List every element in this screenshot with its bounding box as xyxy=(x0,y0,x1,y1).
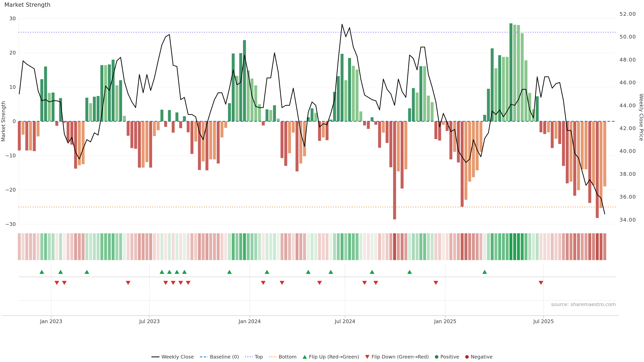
left-axis-tick-label: −20 xyxy=(5,187,16,193)
strength-bar xyxy=(22,121,25,135)
x-axis-tick-label: Jan 2023 xyxy=(40,319,62,324)
strength-bar xyxy=(483,115,486,121)
heat-strip-cell xyxy=(48,233,51,260)
heat-strip-cell xyxy=(70,233,74,260)
heat-strip-cell xyxy=(562,233,565,260)
heat-strip-cell xyxy=(480,233,482,260)
heat-strip-cell xyxy=(63,233,66,260)
heat-strip-cell xyxy=(236,233,238,260)
x-axis-tick-label: Jul 2024 xyxy=(334,319,355,324)
heat-strip-cell xyxy=(468,233,471,260)
strength-bar xyxy=(476,121,479,170)
legend-item: Bottom xyxy=(269,354,296,360)
strength-bar xyxy=(176,112,178,121)
heat-strip-cell xyxy=(528,233,531,260)
strength-bar xyxy=(337,76,340,121)
line-icon xyxy=(152,357,160,357)
heat-strip-cell xyxy=(250,233,254,260)
strength-bar xyxy=(310,108,314,121)
legend-item: Positive xyxy=(435,354,459,360)
circle-icon xyxy=(435,355,438,359)
heat-strip-cell xyxy=(55,233,58,260)
strength-bar xyxy=(517,25,520,121)
heat-strip-cell xyxy=(288,233,291,260)
strength-bar xyxy=(85,98,88,121)
strength-bar xyxy=(269,110,272,121)
strength-bar xyxy=(487,89,490,121)
flip-down-marker xyxy=(280,281,284,285)
heat-strip-cell xyxy=(130,233,134,260)
heat-strip-cell xyxy=(149,233,152,260)
strength-bar xyxy=(123,116,126,121)
flip-down-marker xyxy=(186,281,190,285)
strength-bar xyxy=(116,85,118,121)
strength-bar xyxy=(160,110,164,121)
heat-strip-cell xyxy=(209,233,212,260)
strength-bar xyxy=(232,53,235,121)
strength-bar xyxy=(461,121,464,207)
legend-label: Positive xyxy=(440,354,459,360)
strength-bar xyxy=(266,109,268,121)
circle-icon xyxy=(465,355,469,359)
legend-item: Baseline (0) xyxy=(200,354,239,360)
strength-bar xyxy=(18,121,21,150)
strength-bar xyxy=(66,121,70,142)
heat-strip-cell xyxy=(25,233,28,260)
heat-strip-cell xyxy=(254,233,257,260)
left-axis-tick-label: 20 xyxy=(10,50,16,56)
legend-item: Flip Up (Red→Green) xyxy=(302,354,359,360)
strength-bar xyxy=(367,121,370,129)
strength-bar xyxy=(408,108,411,121)
strength-bar xyxy=(491,48,494,121)
heat-strip-cell xyxy=(33,233,36,260)
heat-strip-cell xyxy=(416,233,418,260)
strength-bar xyxy=(149,121,152,168)
strength-bar xyxy=(288,121,291,153)
right-axis-tick-label: 50.00 xyxy=(620,34,636,40)
heat-strip-cell xyxy=(401,233,404,260)
heat-strip-cell xyxy=(584,233,588,260)
x-axis-tick-label: Jan 2024 xyxy=(238,319,261,324)
heat-strip-cell xyxy=(228,233,231,260)
strength-bar xyxy=(29,121,32,150)
heat-strip-cell xyxy=(108,233,111,260)
strength-bar xyxy=(416,92,418,121)
legend-item: Weekly Close xyxy=(152,354,194,360)
heat-strip-cell xyxy=(160,233,164,260)
strength-bar xyxy=(480,121,482,152)
heat-strip-cell xyxy=(476,233,479,260)
strength-bar xyxy=(573,121,576,196)
strength-bar xyxy=(502,57,505,121)
heat-strip-cell xyxy=(299,233,302,260)
heat-strip-cell xyxy=(36,233,40,260)
left-axis-tick-label: 30 xyxy=(10,15,16,21)
heat-strip-cell xyxy=(296,233,298,260)
heat-strip-cell xyxy=(431,233,434,260)
heat-strip-cell xyxy=(202,233,205,260)
heat-strip-cell xyxy=(457,233,460,260)
heat-strip-cell xyxy=(266,233,268,260)
strength-bar xyxy=(220,121,224,137)
strength-bar xyxy=(547,121,550,132)
strength-bar xyxy=(592,121,595,185)
heat-strip-cell xyxy=(243,233,246,260)
heat-strip-cell xyxy=(198,233,201,260)
strength-bar xyxy=(348,58,351,121)
strength-bar xyxy=(119,80,122,121)
strength-bar xyxy=(44,66,47,121)
heat-strip-cell xyxy=(461,233,464,260)
heat-strip-cell xyxy=(543,233,546,260)
strength-bar xyxy=(236,76,238,121)
strength-bar xyxy=(581,121,584,169)
heat-strip-cell xyxy=(138,233,141,260)
strength-bar xyxy=(603,121,606,187)
x-axis-tick-label: Jan 2025 xyxy=(434,319,456,324)
strength-bar xyxy=(209,121,212,159)
heat-strip-cell xyxy=(536,233,539,260)
x-axis-tick-label: Jul 2023 xyxy=(139,319,160,324)
heat-strip-cell xyxy=(292,233,295,260)
flip-up-marker xyxy=(227,270,232,274)
heat-strip-cell xyxy=(487,233,490,260)
right-axis-tick-label: 40.00 xyxy=(620,148,636,154)
heat-strip-cell xyxy=(262,233,265,260)
